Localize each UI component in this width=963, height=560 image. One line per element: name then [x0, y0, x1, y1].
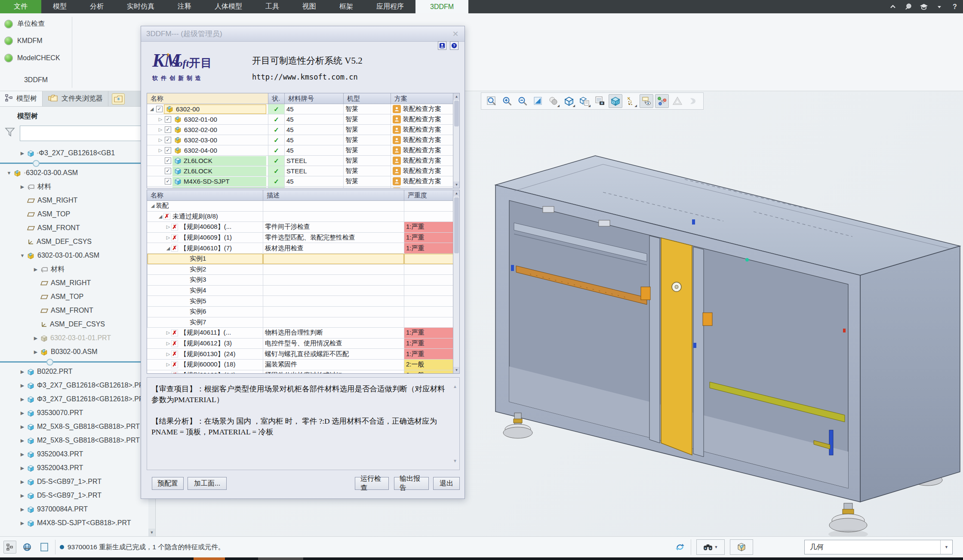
- parts-row-ZL6LOCK[interactable]: ✓ZL6LOCK✓STEEL智莱装配检查方案: [147, 166, 459, 176]
- tree-item-D5-S<GB97_1>.PRT[interactable]: ▶D5-S<GB97_1>.PRT: [0, 489, 149, 502]
- tree-item-ASM_TOP[interactable]: ASM_TOP: [0, 207, 149, 221]
- regenerate-icon[interactable]: [674, 542, 686, 553]
- help-icon[interactable]: ?: [450, 41, 458, 50]
- close-icon[interactable]: ✕: [451, 30, 460, 39]
- rules-row-【规则60130】(24)[interactable]: ▷✗【规则60130】(24)螺钉与螺孔直径或螺距不匹配1:严重: [147, 349, 459, 360]
- tree-expander-icon[interactable]: ▶: [19, 424, 25, 430]
- scrollbar-thumb[interactable]: [454, 197, 459, 253]
- rule-expander-icon[interactable]: ▷: [165, 362, 171, 367]
- rule-expander-icon[interactable]: ◢: [165, 246, 171, 251]
- menu-item-人体模型[interactable]: 人体模型: [203, 0, 254, 13]
- tree-item-6302-03-01-01.PRT[interactable]: ▶6302-03-01-01.PRT: [0, 331, 149, 345]
- dropdown-caret-icon[interactable]: ◢: [635, 104, 637, 108]
- tree-expander-icon[interactable]: ▶: [19, 184, 25, 190]
- help-icon[interactable]: ?: [950, 2, 960, 12]
- tree-item-M2_5X8-S_GB818<GB818>.PRT[interactable]: ▶M2_5X8-S_GB818<GB818>.PRT: [0, 420, 149, 434]
- preconfig-button[interactable]: 预配置: [152, 477, 184, 490]
- menu-item-3DDFM[interactable]: 3DDFM: [415, 0, 468, 13]
- rules-row-实例6[interactable]: 实例6: [147, 307, 459, 317]
- exit-button[interactable]: 退出: [433, 477, 460, 490]
- tree-expander-icon[interactable]: ▶: [19, 507, 25, 512]
- tree-item-6302-03-01-00.ASM[interactable]: ▼6302-03-01-00.ASM: [0, 249, 149, 262]
- column-header-方案[interactable]: 方案: [391, 93, 454, 104]
- tree-expander-icon[interactable]: ▶: [19, 465, 25, 471]
- plan-cell[interactable]: 装配检查方案: [391, 176, 454, 186]
- tree-item-M2_5X8-S_GB818<GB818>.PRT[interactable]: ▶M2_5X8-S_GB818<GB818>.PRT: [0, 434, 149, 447]
- parts-row-6302-00[interactable]: ◢✓6302-00✓45智莱装配检查方案: [147, 104, 459, 114]
- dropdown-caret-icon[interactable]: ◢: [557, 104, 560, 108]
- splitter-handle[interactable]: [46, 359, 53, 366]
- dropdown-caret-icon[interactable]: ◢: [588, 104, 591, 108]
- tree-item-B0202.PRT[interactable]: ▶B0202.PRT: [0, 365, 149, 378]
- filter-funnel-icon[interactable]: [4, 126, 15, 139]
- rules-row-实例1[interactable]: 实例1: [147, 254, 459, 265]
- tree-expander-icon[interactable]: ▶: [19, 452, 25, 457]
- tree-item-93700084A.PRT[interactable]: ▶93700084A.PRT: [0, 502, 149, 516]
- column-header-材料牌号[interactable]: 材料牌号: [285, 93, 344, 104]
- menu-item-应用程序[interactable]: 应用程序: [365, 0, 415, 13]
- saved-views-icon[interactable]: ◢: [578, 94, 591, 108]
- tree-search-input[interactable]: [20, 126, 149, 141]
- tree-item-B0302-00.ASM[interactable]: ▶B0302-00.ASM: [0, 345, 149, 359]
- tree-expander-icon[interactable]: ▶: [33, 335, 39, 341]
- repaint-icon[interactable]: [531, 94, 545, 108]
- column-header-名称[interactable]: 名称: [147, 93, 268, 104]
- display-style-icon[interactable]: ◢: [562, 94, 576, 108]
- rules-row-【规则40610】(7)[interactable]: ◢✗【规则40610】(7)板材选用检查1:严重: [147, 243, 459, 254]
- rules-row-【规则40609】(1)[interactable]: ▷✗【规则40609】(1)零件选型匹配、装配完整性检查1:严重: [147, 233, 459, 243]
- tree-item-Φ3_2X7_GB12618<GB12618>.PRT[interactable]: ▶Φ3_2X7_GB12618<GB12618>.PRT: [0, 392, 149, 406]
- menu-item-模型[interactable]: 模型: [41, 0, 78, 13]
- tree-item-材料[interactable]: ▶材料: [0, 262, 149, 276]
- rule-expander-icon[interactable]: ▷: [165, 372, 171, 374]
- menu-item-框架[interactable]: 框架: [328, 0, 365, 13]
- rules-row-【规则40612】(3)[interactable]: ▷✗【规则40612】(3)电控件型号、使用情况检查1:严重: [147, 338, 459, 349]
- row-checkbox[interactable]: ✓: [156, 106, 163, 112]
- column-header-状.[interactable]: 状.: [268, 93, 285, 104]
- plan-cell[interactable]: 装配检查方案: [391, 125, 454, 135]
- column-header-名称[interactable]: 名称: [147, 190, 263, 200]
- tree-expander-icon[interactable]: ▶: [19, 410, 25, 416]
- machining-face-button[interactable]: 加工面...: [188, 477, 227, 490]
- tree-expander-icon[interactable]: ▶: [33, 349, 39, 355]
- rules-row-实例7[interactable]: 实例7: [147, 317, 459, 328]
- menu-item-文件[interactable]: 文件: [0, 0, 41, 13]
- row-checkbox[interactable]: ✓: [165, 157, 171, 164]
- menu-item-工具[interactable]: 工具: [254, 0, 291, 13]
- ribbon-button-ModelCHECK[interactable]: ModelCHECK: [4, 54, 60, 62]
- command-search-icon[interactable]: [904, 2, 913, 12]
- plan-cell[interactable]: 装配检查方案: [391, 114, 454, 124]
- tree-item-93520043.PRT[interactable]: ▶93520043.PRT: [0, 447, 149, 461]
- rule-expander-icon[interactable]: ▷: [165, 224, 171, 230]
- tree-item-Φ3_2X7_GB12618<GB1[interactable]: ▶▫Φ3_2X7_GB12618<GB1: [0, 146, 149, 160]
- view-manager-icon[interactable]: [593, 94, 607, 108]
- tree-item-D5-S<GB97_1>.PRT[interactable]: ▶D5-S<GB97_1>.PRT: [0, 475, 149, 489]
- new-folder-button[interactable]: ✳: [112, 93, 125, 105]
- dialog-titlebar[interactable]: 3DDFM--- (超级管理员) ✕: [141, 26, 465, 42]
- row-checkbox[interactable]: ✓: [165, 168, 171, 174]
- row-expander-icon[interactable]: ▷: [157, 137, 163, 143]
- row-checkbox[interactable]: ✓: [165, 178, 171, 185]
- tree-expander-icon[interactable]: ▼: [19, 253, 25, 258]
- tab-文件夹浏览器[interactable]: 文件夹浏览器: [43, 91, 108, 106]
- rules-row-实例3[interactable]: 实例3: [147, 275, 459, 286]
- scrollbar-thumb[interactable]: [454, 101, 459, 126]
- rules-row-实例5[interactable]: 实例5: [147, 296, 459, 307]
- tree-item-Φ3_2X7_GB12618<GB12618>.PRT[interactable]: ▶Φ3_2X7_GB12618<GB12618>.PRT: [0, 378, 149, 392]
- dropdown-caret-icon[interactable]: [935, 2, 944, 12]
- menu-item-注释[interactable]: 注释: [166, 0, 203, 13]
- tree-item-M4X8-SD-SJPT<GB818>.PRT[interactable]: ▶M4X8-SD-SJPT<GB818>.PRT: [0, 516, 149, 530]
- rules-row-【规则60120】(14)[interactable]: ▷✗【规则60120】(14)紧固件伸出长度过长或过短2:一般: [147, 370, 459, 374]
- parts-row-6302-03-00[interactable]: ▷✓6302-03-00✓45智莱装配检查方案: [147, 135, 459, 145]
- find-binoculars-button[interactable]: ▼: [696, 539, 725, 555]
- rules-row-未通过规则(8/8)[interactable]: ◢✗未通过规则(8/8): [147, 212, 459, 222]
- tree-item-ASM_FRONT[interactable]: ASM_FRONT: [0, 304, 149, 317]
- tree-item-材料[interactable]: ▶材料: [0, 180, 149, 194]
- menu-item-分析[interactable]: 分析: [78, 0, 115, 13]
- rule-expander-icon[interactable]: ◢: [157, 214, 163, 219]
- scroll-down-icon[interactable]: ▼: [453, 367, 460, 373]
- tree-item-ASM_TOP[interactable]: ASM_TOP: [0, 290, 149, 304]
- zoom-fit-icon[interactable]: [485, 94, 498, 108]
- shading-style-icon[interactable]: ◢: [547, 94, 560, 108]
- dropdown-caret-icon[interactable]: ◢: [573, 104, 575, 108]
- parts-row-6302-01-00[interactable]: ▷✓6302-01-00✓45智莱装配检查方案: [147, 114, 459, 125]
